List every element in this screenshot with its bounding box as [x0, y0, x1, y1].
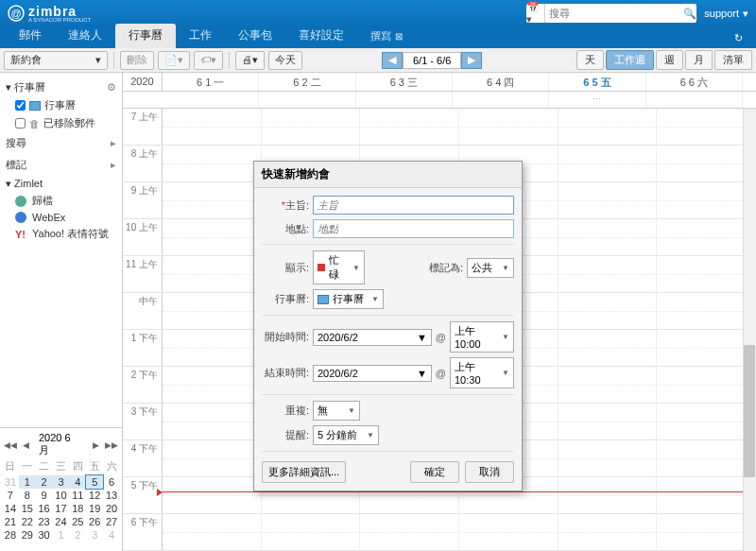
minical-next-double[interactable]: ▶▶ [103, 440, 120, 450]
tab-preferences[interactable]: 喜好設定 [285, 24, 357, 48]
sidebar-tags-header[interactable]: 標記▸ [0, 154, 122, 176]
minical-day[interactable]: 13 [103, 489, 120, 502]
end-date-input[interactable]: 2020/6/2▼ [313, 365, 432, 382]
tab-calendar[interactable]: 行事曆 [115, 24, 176, 48]
sidebar-calendars-header[interactable]: ▾ 行事曆⚙ [0, 78, 122, 96]
minical-day[interactable]: 1 [53, 528, 70, 542]
markas-select[interactable]: 公共▼ [467, 258, 514, 278]
close-icon[interactable]: ⊠ [395, 31, 403, 42]
ok-button[interactable]: 確定 [410, 461, 459, 483]
print-button[interactable]: 🖨▾ [235, 51, 265, 70]
end-time-select[interactable]: 上午 10:30▼ [450, 357, 514, 388]
zimlet-yahoo[interactable]: Y!Yahoo! 表情符號 [0, 225, 122, 243]
move-button[interactable]: 📄▾ [158, 51, 190, 70]
prev-arrow-icon[interactable]: ◀ [382, 52, 403, 69]
next-arrow-icon[interactable]: ▶ [461, 52, 482, 69]
minical-day[interactable]: 27 [103, 515, 120, 528]
refresh-icon[interactable]: ↻ [727, 28, 750, 48]
minical-day[interactable]: 6 [103, 475, 120, 489]
user-menu[interactable]: support ▾ [704, 8, 748, 20]
day-header[interactable]: 6 6 六 [646, 73, 743, 91]
minical-day[interactable]: 5 [86, 475, 103, 489]
minical-next[interactable]: ▶ [91, 440, 101, 450]
minical-day[interactable]: 29 [19, 528, 36, 542]
minical-day[interactable]: 9 [36, 489, 53, 502]
minical-day[interactable]: 15 [19, 502, 36, 515]
search-icon[interactable]: 🔍 [683, 4, 697, 23]
allday-cell[interactable] [646, 92, 743, 108]
location-input[interactable] [313, 219, 514, 238]
minical-day[interactable]: 7 [2, 489, 19, 502]
hour-cells[interactable] [163, 514, 756, 550]
tab-contacts[interactable]: 連絡人 [55, 24, 115, 48]
subject-input[interactable] [313, 196, 514, 215]
tab-briefcase[interactable]: 公事包 [225, 24, 285, 48]
new-appointment-button[interactable]: 新約會▾ [4, 51, 108, 70]
minical-day[interactable]: 4 [103, 528, 120, 542]
trash-checkbox[interactable] [15, 118, 26, 129]
view-month[interactable]: 月 [685, 50, 713, 70]
showas-select[interactable]: 忙碌▼ [313, 250, 365, 284]
minical-day[interactable]: 1 [19, 475, 36, 489]
minical-day[interactable]: 22 [19, 515, 36, 528]
tab-compose[interactable]: 撰寫⊠ [357, 26, 416, 48]
minical-prev[interactable]: ◀ [21, 440, 31, 450]
scroll-thumb[interactable] [744, 345, 755, 477]
hour-cells[interactable] [163, 109, 756, 145]
allday-cell[interactable] [453, 92, 549, 108]
search-box[interactable]: 📅▾ 🔍 [526, 4, 696, 23]
sidebar-zimlets-header[interactable]: ▾ Zimlet [0, 176, 122, 192]
minical-day[interactable]: 11 [69, 489, 86, 502]
minical-day[interactable]: 14 [2, 502, 19, 515]
zimlet-webex[interactable]: WebEx [0, 210, 122, 225]
view-week[interactable]: 週 [656, 50, 683, 70]
minical-day[interactable]: 3 [53, 475, 70, 489]
minical-day[interactable]: 2 [69, 528, 86, 542]
view-day[interactable]: 天 [576, 50, 604, 70]
day-header[interactable]: 6 2 二 [259, 73, 355, 91]
start-date-input[interactable]: 2020/6/2▼ [313, 329, 432, 346]
cancel-button[interactable]: 取消 [465, 461, 514, 483]
search-scope-dropdown[interactable]: 📅▾ [526, 4, 544, 23]
remind-select[interactable]: 5 分鐘前▼ [313, 425, 379, 445]
day-header[interactable]: 6 1 一 [163, 73, 259, 91]
minical-day[interactable]: 16 [36, 502, 53, 515]
minical-day[interactable]: 23 [36, 515, 53, 528]
delete-button[interactable]: 刪除 [120, 51, 154, 70]
today-button[interactable]: 今天 [268, 51, 302, 70]
date-range[interactable]: 6/1 - 6/6 [403, 52, 461, 69]
day-header[interactable]: 6 4 四 [453, 73, 549, 91]
minical-day[interactable]: 25 [69, 515, 86, 528]
zimlet-archive[interactable]: 歸檔 [0, 192, 122, 210]
scrollbar[interactable] [743, 109, 756, 551]
allday-cell[interactable] [163, 92, 259, 108]
minical-day[interactable]: 30 [36, 528, 53, 542]
view-list[interactable]: 清單 [714, 50, 752, 70]
minical-day[interactable]: 8 [19, 489, 36, 502]
day-header[interactable]: 6 3 三 [356, 73, 453, 91]
calendar-select[interactable]: 行事曆▼ [313, 289, 384, 309]
minical-day[interactable]: 24 [53, 515, 70, 528]
minical-day[interactable]: 21 [2, 515, 19, 528]
more-details-button[interactable]: 更多詳細資訊... [262, 461, 346, 483]
minical-day[interactable]: 31 [2, 475, 19, 489]
tab-mail[interactable]: 郵件 [6, 24, 55, 48]
sidebar-calendar-item[interactable]: 行事曆 [0, 96, 122, 114]
minical-day[interactable]: 10 [53, 489, 70, 502]
day-header[interactable]: 6 5 五 [549, 73, 645, 91]
minical-day[interactable]: 12 [86, 489, 103, 502]
gear-icon[interactable]: ⚙ [107, 81, 116, 94]
minical-day[interactable]: 4 [69, 475, 86, 489]
repeat-select[interactable]: 無▼ [313, 401, 360, 421]
sidebar-searches-header[interactable]: 搜尋▸ [0, 132, 122, 154]
minical-day[interactable]: 2 [36, 475, 53, 489]
start-time-select[interactable]: 上午 10:00▼ [450, 321, 514, 353]
view-workweek[interactable]: 工作週 [606, 50, 654, 70]
tag-button[interactable]: 🏷▾ [194, 51, 223, 70]
allday-cell[interactable]: ⋯ [549, 92, 645, 108]
tab-tasks[interactable]: 工作 [176, 24, 225, 48]
minical-day[interactable]: 17 [53, 502, 70, 515]
minical-day[interactable]: 28 [2, 528, 19, 542]
calendar-checkbox[interactable] [15, 100, 26, 111]
minical-day[interactable]: 26 [86, 515, 103, 528]
